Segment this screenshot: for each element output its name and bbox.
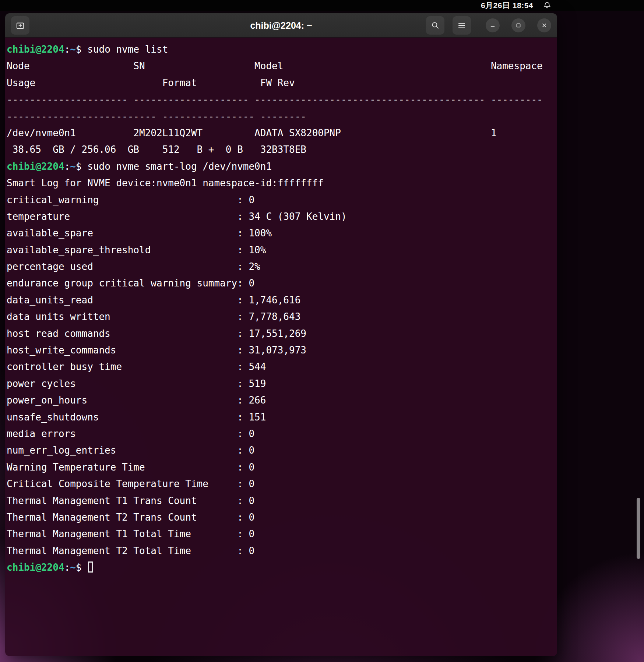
terminal-text: num_err_log_entries : 0: [7, 445, 254, 456]
terminal-text: available_spare_threshold : 10%: [7, 244, 266, 256]
terminal-line: Thermal Management T2 Total Time : 0: [7, 543, 556, 559]
terminal-text: data_units_read : 1,746,616: [7, 295, 300, 306]
terminal-cursor: [88, 561, 93, 573]
terminal-line: 38.65 GB / 256.06 GB 512 B + 0 B 32B3T8E…: [7, 141, 556, 158]
headerbar-right: [426, 16, 551, 35]
terminal-text: Node SN Model Namespace: [7, 60, 543, 71]
terminal-text: power_on_hours : 266: [7, 395, 266, 406]
headerbar: chibi@2204: ~: [5, 13, 557, 38]
terminal-text: critical_warning : 0: [7, 194, 254, 205]
terminal-line: percentage_used : 2%: [7, 258, 556, 275]
terminal-line: available_spare : 100%: [7, 225, 556, 242]
terminal-line: host_read_commands : 17,551,269: [7, 325, 556, 342]
terminal-text: temperature : 34 C (307 Kelvin): [7, 211, 347, 222]
terminal-line: controller_busy_time : 544: [7, 359, 556, 375]
terminal-text: media_errors : 0: [7, 428, 254, 439]
terminal-text: Thermal Management T1 Trans Count : 0: [7, 495, 254, 506]
top-panel: 6月26日 18:54: [0, 0, 644, 11]
menu-button[interactable]: [453, 16, 471, 35]
terminal-window: chibi@2204: ~: [5, 13, 557, 656]
terminal-text: --------------------- ------------------…: [7, 94, 543, 105]
terminal-text: -------------------------- -------------…: [7, 111, 306, 122]
terminal-text: sudo nvme smart-log /dev/nvme0n1: [87, 161, 272, 172]
terminal-line: Usage Format FW Rev: [7, 75, 556, 91]
terminal-text: Usage Format FW Rev: [7, 77, 295, 88]
terminal-text: controller_busy_time : 544: [7, 361, 266, 372]
terminal-line: /dev/nvme0n1 2M202L11Q2WT ADATA SX8200PN…: [7, 125, 556, 141]
terminal-text: host_write_commands : 31,073,973: [7, 345, 306, 356]
maximize-button[interactable]: [511, 18, 525, 32]
new-tab-button[interactable]: [11, 16, 29, 35]
terminal-text: available_spare : 100%: [7, 228, 272, 239]
terminal-text: :: [64, 44, 70, 55]
clock[interactable]: 6月26日 18:54: [481, 0, 533, 11]
terminal-text: :: [64, 161, 70, 172]
terminal-text: percentage_used : 2%: [7, 261, 260, 272]
terminal-text: $: [76, 562, 87, 573]
terminal-text: Thermal Management T2 Trans Count : 0: [7, 512, 254, 523]
terminal-line: --------------------- ------------------…: [7, 91, 556, 108]
terminal-text: unsafe_shutdowns : 151: [7, 412, 266, 423]
headerbar-left: [11, 16, 29, 35]
terminal-text: 38.65 GB / 256.06 GB 512 B + 0 B 32B3T8E…: [7, 144, 306, 155]
terminal-text: endurance group critical warning summary…: [7, 278, 254, 289]
minimize-button[interactable]: [486, 18, 500, 32]
terminal-line: endurance group critical warning summary…: [7, 275, 556, 292]
terminal-line: power_cycles : 519: [7, 376, 556, 392]
prompt-user-host: chibi@2204: [7, 44, 64, 55]
terminal-text: power_cycles : 519: [7, 378, 266, 389]
terminal-line: media_errors : 0: [7, 426, 556, 442]
prompt-cwd: ~: [70, 161, 76, 172]
terminal-text: sudo nvme list: [87, 44, 168, 55]
terminal-line: Critical Composite Temperature Time : 0: [7, 476, 556, 492]
search-button[interactable]: [426, 16, 444, 35]
scrollbar[interactable]: [637, 498, 640, 559]
terminal-line: data_units_written : 7,778,643: [7, 309, 556, 325]
terminal-line: Thermal Management T2 Trans Count : 0: [7, 509, 556, 526]
terminal-text: /dev/nvme0n1 2M202L11Q2WT ADATA SX8200PN…: [7, 127, 497, 138]
terminal-text: Critical Composite Temperature Time : 0: [7, 478, 254, 489]
prompt-user-host: chibi@2204: [7, 161, 64, 172]
prompt-cwd: ~: [70, 562, 76, 573]
terminal-text: Warning Temperature Time : 0: [7, 462, 254, 473]
terminal-text: Thermal Management T2 Total Time : 0: [7, 545, 254, 556]
terminal-text: Thermal Management T1 Total Time : 0: [7, 528, 254, 539]
terminal-line: chibi@2204:~$: [7, 559, 556, 576]
close-button[interactable]: [537, 18, 551, 32]
terminal-line: available_spare_threshold : 10%: [7, 242, 556, 258]
terminal-line: Thermal Management T1 Trans Count : 0: [7, 493, 556, 509]
terminal-text: :: [64, 562, 70, 573]
terminal-line: -------------------------- -------------…: [7, 108, 556, 125]
prompt-user-host: chibi@2204: [7, 562, 64, 573]
terminal-line: data_units_read : 1,746,616: [7, 292, 556, 309]
terminal-line: Thermal Management T1 Total Time : 0: [7, 526, 556, 542]
terminal-text: $: [76, 44, 87, 55]
terminal-line: unsafe_shutdowns : 151: [7, 409, 556, 426]
terminal-text: $: [76, 161, 87, 172]
terminal-text: host_read_commands : 17,551,269: [7, 328, 306, 339]
notification-bell-icon[interactable]: [543, 1, 552, 10]
terminal-output[interactable]: chibi@2204:~$ sudo nvme listNode SN Mode…: [5, 38, 557, 656]
terminal-line: Smart Log for NVME device:nvme0n1 namesp…: [7, 175, 556, 191]
terminal-line: Warning Temperature Time : 0: [7, 459, 556, 476]
terminal-line: critical_warning : 0: [7, 192, 556, 208]
terminal-line: chibi@2204:~$ sudo nvme smart-log /dev/n…: [7, 158, 556, 175]
terminal-text: Smart Log for NVME device:nvme0n1 namesp…: [7, 177, 324, 189]
terminal-line: host_write_commands : 31,073,973: [7, 342, 556, 359]
terminal-line: Node SN Model Namespace: [7, 58, 556, 74]
terminal-line: num_err_log_entries : 0: [7, 442, 556, 459]
prompt-cwd: ~: [70, 44, 76, 55]
terminal-line: chibi@2204:~$ sudo nvme list: [7, 41, 556, 58]
panel-status-area: 6月26日 18:54: [481, 0, 552, 11]
terminal-line: temperature : 34 C (307 Kelvin): [7, 208, 556, 225]
terminal-text: data_units_written : 7,778,643: [7, 311, 300, 322]
terminal-line: power_on_hours : 266: [7, 392, 556, 409]
